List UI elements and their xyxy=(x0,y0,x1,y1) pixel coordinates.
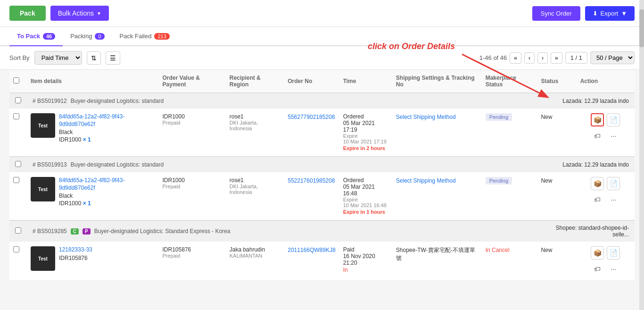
product-variant: Black xyxy=(59,129,155,135)
scrollbar-thumb[interactable] xyxy=(639,9,644,47)
tab-to-pack[interactable]: To Pack 46 xyxy=(9,27,63,46)
pack-action-icon[interactable]: 📦 xyxy=(591,177,604,190)
item-checkbox-2-0[interactable] xyxy=(13,246,19,252)
item-cell: Test 84fdd65a-12a2-4f82-9f43-9d9dd870e62… xyxy=(31,177,155,207)
page-current-total: 1 / 1 xyxy=(565,52,587,64)
tab-pack-failed[interactable]: Pack Failed 213 xyxy=(112,27,177,46)
tabs-container: To Pack 46 Packing 0 Pack Failed 213 xyxy=(0,27,644,46)
scrollbar[interactable] xyxy=(639,0,644,310)
product-price: IDR1000 × 1 xyxy=(59,200,155,207)
pack-action-icon[interactable]: 📦 xyxy=(591,246,604,260)
item-checkbox-0-0[interactable] xyxy=(13,113,19,119)
orders-table-container: Item details Order Value & Payment Recip… xyxy=(0,70,644,290)
product-link[interactable]: 84fdd65a-12a2-4f82-9f43-9d9dd870e62f xyxy=(59,113,155,128)
order-status: New xyxy=(541,177,552,184)
product-thumbnail: Test xyxy=(31,113,55,138)
expire-date: 10 Mar 2021 17:19 xyxy=(343,139,388,144)
time-status: Ordered xyxy=(343,113,388,120)
more-action-icon[interactable]: ··· xyxy=(607,193,620,206)
order-value-cell: IDR105876 xyxy=(163,246,222,253)
expire-date: 10 Mar 2021 16:48 xyxy=(343,202,388,208)
tag-action-icon[interactable]: 🏷 xyxy=(591,193,604,206)
document-action-icon[interactable]: 📄 xyxy=(607,113,620,126)
page-last-button[interactable]: » xyxy=(551,52,562,64)
tag-action-icon[interactable]: 🏷 xyxy=(591,129,604,142)
expire-label: Expire xyxy=(343,197,388,202)
select-all-checkbox[interactable] xyxy=(13,77,19,84)
product-info: 12182333-33 IDR105876 xyxy=(59,246,92,261)
item-cell: Test 12182333-33 IDR105876 xyxy=(31,246,155,271)
order-number-link[interactable]: 2011166QW89KJ8 xyxy=(288,247,335,253)
order-number-link[interactable]: 556277902185208 xyxy=(288,114,335,120)
action-icons: 📦 📄 🏷 ··· xyxy=(580,246,631,276)
group-info: # BS5019912 Buyer-designated Logistics: … xyxy=(33,98,531,104)
document-action-icon[interactable]: 📄 xyxy=(607,177,620,190)
item-checkbox-1-0[interactable] xyxy=(13,177,19,183)
logistics-info: Buyer-designated Logistics: standard xyxy=(71,161,164,168)
item-cell: Test 84fdd65a-12a2-4f82-9f43-9d9dd870e62… xyxy=(31,113,155,143)
col-marketplace: Makerplace Status xyxy=(482,70,537,93)
export-icon: ⬇ xyxy=(593,10,598,17)
product-link[interactable]: 12182333-33 xyxy=(59,246,92,254)
sort-select[interactable]: Paid Time xyxy=(34,51,82,65)
order-chip-P: P xyxy=(83,228,91,235)
shipping-action-link[interactable]: Select Shipping Method xyxy=(396,114,456,120)
action-row-bottom: 🏷 ··· xyxy=(591,129,620,142)
bulk-actions-arrow-icon: ▼ xyxy=(97,11,101,16)
shipping-action-link[interactable]: Select Shipping Method xyxy=(396,177,456,184)
platform-info: Lazada: 12.29 lazada indo xyxy=(543,98,629,104)
more-action-icon[interactable]: ··· xyxy=(607,262,620,276)
tab-packing[interactable]: Packing 0 xyxy=(63,27,112,46)
group-checkbox-1[interactable] xyxy=(15,161,21,167)
sort-desc-button[interactable]: ☰ xyxy=(106,51,120,65)
order-id: # BS5019912 xyxy=(33,98,67,104)
product-info: 84fdd65a-12a2-4f82-9f43-9d9dd870e62f Bla… xyxy=(59,113,155,143)
order-id: # BS5019913 xyxy=(33,161,67,168)
page-first-button[interactable]: « xyxy=(510,52,521,64)
document-action-icon[interactable]: 📄 xyxy=(607,246,620,260)
export-button[interactable]: ⬇ Export ▼ xyxy=(585,6,635,21)
product-link[interactable]: 84fdd65a-12a2-4f82-9f43-9d9dd870e62f xyxy=(59,177,155,192)
expire-soon: Expire in 1 hours xyxy=(343,209,385,215)
page-range: 1-46 of 46 xyxy=(479,54,507,61)
action-row-bottom: 🏷 ··· xyxy=(591,262,620,276)
product-thumbnail: Test xyxy=(31,246,55,271)
payment-method: Prepaid xyxy=(163,120,222,126)
sort-label: Sort By xyxy=(9,54,30,61)
group-info: # BS5019913 Buyer-designated Logistics: … xyxy=(33,161,531,168)
page-size-select[interactable]: 50 / Page xyxy=(590,51,635,64)
sync-order-button[interactable]: Sync Order xyxy=(532,6,580,21)
page-wrapper: Pack Bulk Actions ▼ Sync Order ⬇ Export … xyxy=(0,0,644,310)
more-action-icon[interactable]: ··· xyxy=(607,129,620,142)
sort-toolbar: Sort By Paid Time ⇅ ☰ 1-46 of 46 « ‹ › »… xyxy=(0,46,644,70)
marketplace-status-text: Pending xyxy=(486,113,512,121)
platform-info: Shopee: standard-shopee-id-selle... xyxy=(543,225,629,238)
export-arrow-icon: ▼ xyxy=(621,10,627,17)
page-prev-button[interactable]: ‹ xyxy=(524,52,535,64)
time-date: 05 Mar 2021 17:19 xyxy=(343,120,388,133)
bulk-actions-button[interactable]: Bulk Actions ▼ xyxy=(50,6,109,21)
group-checkbox-2[interactable] xyxy=(15,227,21,234)
expire-soon: Expire in 2 hours xyxy=(343,145,385,151)
group-row: # BS5019912 Buyer-designated Logistics: … xyxy=(9,93,635,109)
to-pack-badge: 46 xyxy=(43,33,55,40)
col-action: Action xyxy=(577,70,635,93)
col-order-no: Order No xyxy=(284,70,339,93)
recipient-name: Jaka bahrudin xyxy=(230,246,281,253)
marketplace-status-text: Pending xyxy=(486,177,512,184)
order-number-link[interactable]: 552217601985208 xyxy=(288,177,335,184)
packing-badge: 0 xyxy=(95,33,104,40)
pack-button[interactable]: Pack xyxy=(9,6,46,21)
tag-action-icon[interactable]: 🏷 xyxy=(591,262,604,276)
order-status: New xyxy=(541,114,552,120)
sort-asc-button[interactable]: ⇅ xyxy=(87,51,101,65)
page-next-button[interactable]: › xyxy=(537,52,548,64)
pagination: 1-46 of 46 « ‹ › » 1 / 1 50 / Page xyxy=(479,51,635,64)
group-row: # BS5019285 C P Buyer-designated Logisti… xyxy=(9,220,635,242)
product-variant: Black xyxy=(59,193,155,199)
col-recipient: Recipient & Region xyxy=(226,70,284,93)
recipient-location: KALIMANTAN xyxy=(230,253,281,259)
pack-action-icon[interactable]: 📦 xyxy=(591,113,604,126)
group-checkbox-0[interactable] xyxy=(15,97,21,103)
action-row-top: 📦 📄 xyxy=(591,177,620,190)
